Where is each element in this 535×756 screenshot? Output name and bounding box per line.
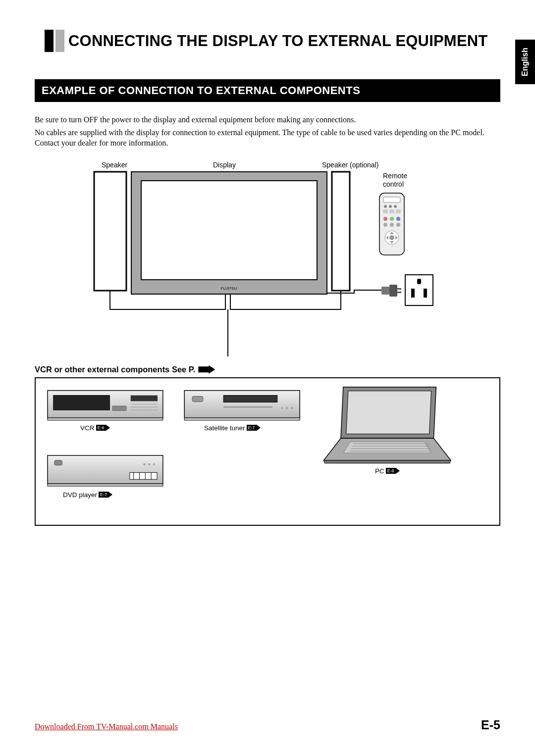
- svg-point-57: [281, 407, 283, 409]
- page-footer: Downloaded From TV-Manual.com Manuals E-…: [35, 718, 500, 732]
- language-tab: English: [515, 40, 535, 84]
- pc-text: PC: [375, 467, 384, 475]
- svg-rect-33: [424, 289, 427, 298]
- svg-rect-26: [381, 287, 389, 295]
- external-components-box: VCR E-6 DVD player E-7 Satellite tuner E…: [35, 377, 500, 526]
- svg-point-19: [396, 223, 400, 227]
- svg-rect-36: [112, 406, 126, 410]
- svg-rect-35: [54, 395, 109, 410]
- svg-rect-7: [383, 197, 400, 202]
- svg-rect-12: [389, 209, 394, 213]
- page-ref-dvd-text: E-7: [99, 492, 108, 498]
- svg-rect-29: [397, 292, 401, 293]
- svg-rect-41: [48, 418, 163, 420]
- page-ref-arrow-icon: [396, 468, 400, 474]
- svg-point-46: [153, 463, 155, 465]
- title-decoration: [45, 30, 64, 52]
- page-ref-dvd: E-7: [99, 492, 112, 498]
- page-title-row: CONNECTING THE DISPLAY TO EXTERNAL EQUIP…: [45, 30, 500, 52]
- page-ref-vcr: E-6: [96, 425, 110, 431]
- page-ref-satellite: E-7: [247, 425, 261, 431]
- components-svg: [36, 378, 499, 525]
- svg-point-18: [390, 223, 394, 227]
- svg-marker-62: [346, 391, 431, 434]
- svg-rect-52: [48, 484, 163, 486]
- paragraph-1: Be sure to turn OFF the power to the dis…: [35, 114, 500, 125]
- svg-point-58: [286, 407, 288, 409]
- svg-rect-3: [141, 181, 317, 280]
- svg-rect-56: [223, 406, 272, 407]
- svg-rect-0: [94, 172, 126, 291]
- svg-point-8: [384, 205, 387, 208]
- page-number: E-5: [481, 718, 500, 732]
- page-ref-vcr-text: E-6: [96, 425, 106, 431]
- page-ref-arrow-icon: [106, 425, 110, 431]
- paragraph-2: No cables are supplied with the display …: [35, 127, 500, 149]
- svg-rect-11: [383, 209, 388, 213]
- svg-text:FUJITSU: FUJITSU: [221, 286, 237, 291]
- svg-rect-31: [417, 279, 421, 284]
- download-link[interactable]: Downloaded From TV-Manual.com Manuals: [35, 722, 178, 731]
- svg-rect-43: [54, 460, 62, 465]
- svg-rect-28: [397, 288, 401, 290]
- vcr-text: VCR: [80, 424, 95, 432]
- svg-point-15: [390, 217, 394, 221]
- svg-point-44: [143, 463, 145, 465]
- svg-rect-55: [223, 395, 277, 402]
- page-ref-pc: E-8: [386, 468, 400, 474]
- page-title: CONNECTING THE DISPLAY TO EXTERNAL EQUIP…: [68, 32, 487, 50]
- svg-point-14: [383, 217, 387, 221]
- svg-point-16: [396, 217, 400, 221]
- external-heading-text: VCR or other external components See P.: [35, 365, 195, 374]
- label-vcr: VCR E-6: [80, 424, 110, 432]
- svg-point-17: [383, 223, 387, 227]
- label-pc: PC E-8: [375, 467, 400, 475]
- page-ref-arrow-icon: [257, 425, 261, 431]
- page-ref-pc-text: E-8: [386, 468, 396, 474]
- svg-point-9: [389, 205, 392, 208]
- diagram-svg: FUJITSU: [35, 161, 500, 359]
- title-block-black: [45, 30, 54, 52]
- svg-rect-37: [131, 395, 158, 401]
- satellite-text: Satellite tuner: [204, 424, 245, 432]
- title-block-gray: [55, 30, 64, 52]
- svg-rect-1: [332, 172, 350, 291]
- page-ref-arrow-icon: [108, 492, 112, 498]
- svg-rect-54: [192, 396, 203, 402]
- svg-marker-69: [323, 460, 451, 463]
- svg-rect-60: [184, 418, 300, 420]
- connection-diagram: Speaker Display Speaker (optional) Remot…: [35, 161, 500, 359]
- page-ref-satellite-text: E-7: [247, 425, 257, 431]
- svg-point-45: [148, 463, 150, 465]
- svg-marker-64: [343, 442, 431, 453]
- svg-point-10: [394, 205, 397, 208]
- svg-rect-53: [184, 390, 300, 417]
- svg-point-21: [389, 235, 394, 240]
- section-heading: EXAMPLE OF CONNECTION TO EXTERNAL COMPON…: [35, 79, 500, 102]
- label-satellite: Satellite tuner E-7: [204, 424, 261, 432]
- svg-point-59: [291, 407, 293, 409]
- external-components-heading: VCR or other external components See P.: [35, 365, 500, 374]
- svg-rect-27: [389, 285, 397, 297]
- label-dvd: DVD player E-7: [63, 491, 112, 499]
- dvd-text: DVD player: [63, 491, 97, 499]
- svg-rect-13: [396, 209, 401, 213]
- svg-rect-32: [411, 289, 415, 298]
- arrow-icon: [198, 365, 215, 374]
